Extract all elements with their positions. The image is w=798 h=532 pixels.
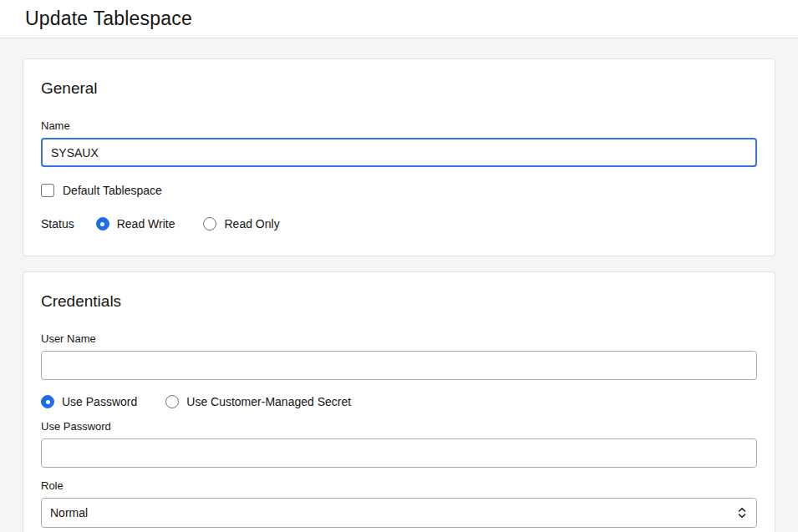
credentials-heading: Credentials [41,292,757,311]
use-password-option-label: Use Password [62,395,137,408]
auth-option-use-password[interactable]: Use Password [41,395,137,408]
password-label: Use Password [41,420,757,433]
username-field-group: User Name [41,332,757,380]
auth-option-customer-managed-secret[interactable]: Use Customer-Managed Secret [165,395,351,408]
status-option-read-only[interactable]: Read Only [203,217,279,231]
username-label: User Name [41,332,757,345]
general-heading: General [41,79,757,98]
default-tablespace-label: Default Tablespace [63,184,162,197]
read-only-radio-icon[interactable] [203,217,216,231]
auth-radio-group: Use Password Use Customer-Managed Secret [41,395,757,408]
main-content: General Name Default Tablespace Status R… [0,38,798,532]
customer-managed-secret-radio-icon[interactable] [165,395,179,408]
chevron-up-down-icon [738,507,746,519]
password-input[interactable] [41,438,757,468]
name-field-group: Name [41,119,757,167]
use-password-radio-icon[interactable] [41,395,54,408]
name-label: Name [41,119,757,132]
credentials-section: Credentials User Name Use Password Use C… [23,271,775,532]
status-label: Status [41,217,74,231]
status-row: Status Read Write Read Only [41,217,757,231]
role-field-group: Role Normal [41,479,757,528]
role-selected-value: Normal [50,506,88,519]
name-input[interactable] [41,138,757,167]
username-input[interactable] [41,351,757,380]
default-tablespace-checkbox[interactable] [41,184,54,197]
read-only-label: Read Only [224,217,279,231]
password-field-group: Use Password [41,420,757,468]
default-tablespace-row[interactable]: Default Tablespace [41,184,757,197]
read-write-radio-icon[interactable] [96,217,109,231]
page-title: Update Tablespace [25,8,192,30]
read-write-label: Read Write [117,217,175,231]
general-section: General Name Default Tablespace Status R… [23,58,775,256]
role-label: Role [41,479,757,492]
status-option-read-write[interactable]: Read Write [96,217,175,231]
page-header: Update Tablespace [0,0,798,38]
customer-managed-secret-label: Use Customer-Managed Secret [186,395,351,408]
status-radio-group: Read Write Read Only [96,217,308,231]
role-select[interactable]: Normal [41,498,757,528]
